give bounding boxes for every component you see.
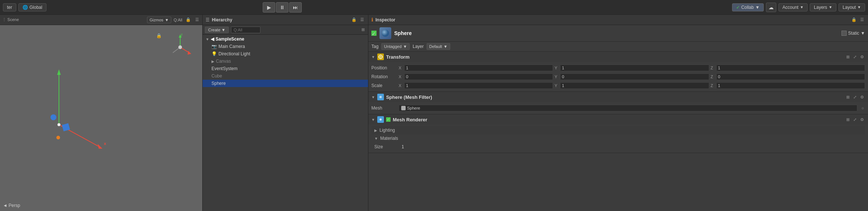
mesh-value: Sphere [399, 105, 857, 111]
rz-axis-label: Z [711, 75, 715, 79]
materials-expand-icon: ▼ [374, 136, 378, 141]
hierarchy-create-button[interactable]: Create ▼ [205, 27, 229, 33]
tag-dropdown[interactable]: Untagged ▼ [381, 43, 410, 50]
hierarchy-item-canvas[interactable]: ▶ Canvas [203, 58, 368, 65]
account-arrow-icon: ▼ [800, 5, 804, 9]
scale-x-input[interactable] [404, 82, 553, 89]
cloud-button[interactable]: ☁ [766, 3, 776, 12]
account-button[interactable]: Account ▼ [778, 3, 808, 11]
hierarchy-search-input[interactable] [231, 27, 260, 33]
rotation-z-input[interactable] [716, 73, 865, 80]
x-axis-label: X [399, 66, 403, 70]
static-checkbox[interactable] [841, 31, 847, 36]
transform-body: Position X Y Z [368, 62, 868, 91]
gizmos-button[interactable]: Gizmos ▼ [147, 17, 171, 23]
renderer-active-checkbox[interactable]: ✓ [386, 117, 391, 122]
ter-button[interactable]: ter [3, 3, 16, 11]
hierarchy-item-eventsystem[interactable]: EventSystem [203, 65, 368, 72]
hierarchy-search-btn[interactable]: ⊞ [360, 27, 366, 32]
global-button[interactable]: 🌐 Global [18, 3, 46, 11]
svg-rect-21 [379, 96, 382, 98]
position-z-input[interactable] [716, 65, 865, 71]
rotation-x-input[interactable] [404, 73, 553, 80]
transform-expand-button[interactable]: ⤢ [852, 54, 858, 60]
hierarchy-scene-root[interactable]: ▼ ◀ SampleScene [203, 35, 368, 43]
position-x-input[interactable] [404, 65, 553, 71]
collab-button[interactable]: ✓ Collab ▼ [732, 3, 764, 11]
rotation-y-input[interactable] [560, 73, 709, 80]
hierarchy-item-main-camera[interactable]: 📷 Main Camera [203, 43, 368, 50]
hierarchy-lock-button[interactable]: 🔒 [350, 17, 358, 23]
svg-point-13 [56, 136, 60, 139]
inspector-lock-button[interactable]: 🔒 [850, 17, 858, 23]
hierarchy-title: Hierarchy [212, 17, 232, 23]
mesh-pick-button[interactable]: ○ [860, 106, 865, 111]
mesh-renderer-expand-icon: ▼ [371, 118, 375, 122]
z-axis-label: Z [711, 66, 715, 70]
y-axis-label: Y [554, 66, 559, 70]
transform-icon [377, 53, 384, 60]
lighting-toggle[interactable]: ▶ Lighting [371, 126, 865, 134]
layer-dropdown[interactable]: Default ▼ [427, 43, 450, 50]
hierarchy-item-sphere[interactable]: Sphere [203, 80, 368, 87]
transform-copy-button[interactable]: ⊞ [845, 54, 851, 60]
object-active-checkbox[interactable]: ✓ [371, 31, 377, 36]
pause-button[interactable]: ⏸ [276, 2, 288, 13]
renderer-settings-button[interactable]: ⚙ [859, 117, 865, 122]
mesh-filter-copy-button[interactable]: ⊞ [845, 94, 851, 100]
transform-settings-button[interactable]: ⚙ [859, 54, 865, 60]
mesh-renderer-header[interactable]: ▼ ✓ Mesh Renderer ⊞ ⤢ ⚙ [368, 114, 868, 125]
inspector-icon: ℹ [371, 17, 373, 23]
mesh-filter-header[interactable]: ▼ Sphere (Mesh Filter) ⊞ ⤢ ⚙ [368, 92, 868, 102]
layout-button[interactable]: Layout ▼ [839, 3, 865, 11]
rx-axis-label: X [399, 75, 403, 79]
scene-lock-button[interactable]: 🔒 [185, 17, 192, 23]
renderer-copy-button[interactable]: ⊞ [845, 117, 851, 122]
camera-icon: 📷 [211, 44, 217, 49]
transform-header[interactable]: ▼ Transform ⊞ ⤢ ⚙ [368, 52, 868, 62]
hierarchy-item-cube[interactable]: Cube [203, 72, 368, 80]
mesh-filter-settings-button[interactable]: ⚙ [859, 94, 865, 100]
materials-toggle[interactable]: ▼ Materials [371, 134, 865, 142]
position-z-field: Z [711, 65, 865, 71]
step-button[interactable]: ⏭ [289, 2, 302, 13]
svg-point-11 [50, 114, 56, 120]
hierarchy-menu-button[interactable]: ☰ [359, 17, 365, 23]
inspector-menu-button[interactable]: ☰ [859, 17, 865, 23]
hierarchy-list: ▼ ◀ SampleScene 📷 Main Camera 💡 Directio… [203, 35, 368, 211]
scene-icon: ◀ [211, 37, 214, 42]
position-label: Position [371, 65, 397, 70]
inspector-object-header: ✓ Sphere Static ▼ [368, 25, 868, 42]
svg-point-16 [382, 30, 389, 37]
layers-button[interactable]: Layers ▼ [810, 3, 836, 11]
mesh-filter-expand-button[interactable]: ⤢ [852, 94, 858, 100]
scene-canvas[interactable]: y [0, 25, 202, 211]
collab-arrow-icon: ▼ [755, 5, 760, 10]
lighting-label: Lighting [379, 128, 395, 133]
create-arrow-icon: ▼ [221, 28, 225, 32]
sy-axis-label: Y [554, 83, 559, 88]
scene-search-label: Q:All [174, 18, 182, 22]
renderer-expand-button[interactable]: ⤢ [852, 117, 858, 122]
top-bar-right: ✓ Collab ▼ ☁ Account ▼ Layers ▼ Layout ▼ [732, 3, 865, 12]
position-y-input[interactable] [560, 65, 709, 71]
object-icon [379, 27, 391, 39]
scene-menu-button[interactable]: ☰ [194, 17, 200, 23]
transform-expand-icon: ▼ [371, 55, 375, 59]
play-button[interactable]: ▶ [263, 2, 275, 13]
tag-layer-row: Tag Untagged ▼ Layer Default ▼ [368, 42, 868, 52]
static-section: Static ▼ [841, 31, 865, 36]
rotation-label: Rotation [371, 74, 397, 79]
mesh-filter-component: ▼ Sphere (Mesh Filter) ⊞ ⤢ ⚙ [368, 92, 868, 114]
transform-title: Transform [386, 54, 410, 60]
scene-view: ⋮ Scene Gizmos ▼ Q:All 🔒 ☰ y [0, 15, 203, 211]
hierarchy-header: ☰ Hierarchy 🔒 ☰ [203, 15, 368, 25]
scale-z-input[interactable] [716, 82, 865, 89]
mesh-dot-icon [401, 106, 406, 110]
mesh-renderer-icon [377, 116, 384, 123]
rotation-fields: X Y Z [399, 73, 865, 80]
scale-y-input[interactable] [560, 82, 709, 89]
hierarchy-item-directional-light[interactable]: 💡 Directional Light [203, 50, 368, 58]
static-arrow-icon: ▼ [861, 31, 865, 36]
hierarchy-header-buttons: 🔒 ☰ [350, 17, 365, 23]
